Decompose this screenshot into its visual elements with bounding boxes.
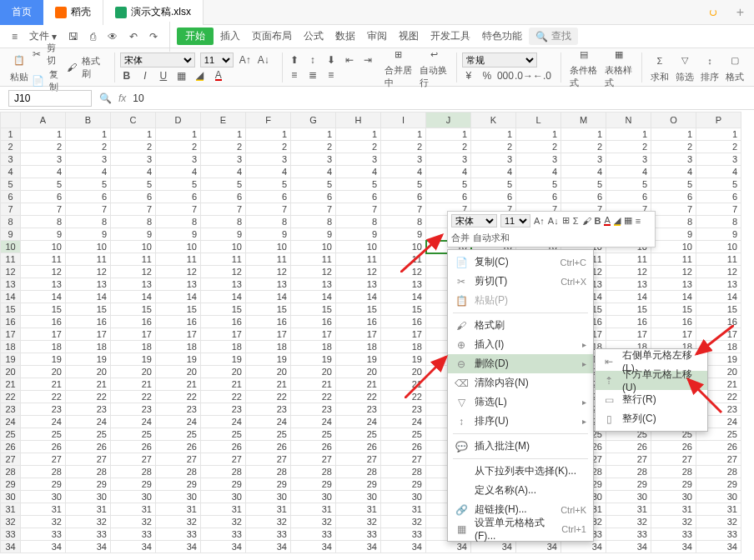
- col-header-A[interactable]: A: [21, 112, 66, 128]
- cell[interactable]: 17: [111, 328, 156, 341]
- cell[interactable]: 30: [606, 491, 651, 503]
- cell[interactable]: 1: [471, 128, 516, 141]
- cell[interactable]: 4: [201, 166, 246, 178]
- cell[interactable]: 25: [156, 428, 201, 441]
- sm-row[interactable]: ▭整行(R): [596, 390, 707, 409]
- row-header-24[interactable]: 24: [1, 416, 21, 428]
- cell[interactable]: 3: [336, 153, 381, 166]
- cell[interactable]: 11: [381, 253, 426, 266]
- indent-dec-icon[interactable]: ⇤: [343, 53, 356, 67]
- cell[interactable]: 16: [66, 316, 111, 328]
- row-header-6[interactable]: 6: [1, 191, 21, 203]
- cell[interactable]: 26: [606, 441, 651, 453]
- cm-filter[interactable]: ▽筛选(L)▸: [448, 392, 593, 412]
- col-header-D[interactable]: D: [156, 112, 201, 128]
- indent-inc-icon[interactable]: ⇥: [361, 53, 374, 67]
- cell[interactable]: 14: [606, 291, 651, 303]
- cell[interactable]: 16: [651, 316, 696, 328]
- cell[interactable]: 12: [606, 266, 651, 278]
- cell[interactable]: 16: [156, 316, 201, 328]
- cell[interactable]: 31: [336, 503, 381, 516]
- cell[interactable]: 6: [111, 191, 156, 203]
- cell[interactable]: 14: [201, 291, 246, 303]
- tab-document[interactable]: 演示文稿.xlsx: [103, 0, 204, 25]
- cell[interactable]: 1: [651, 128, 696, 141]
- increase-font-icon[interactable]: A↑: [239, 53, 252, 67]
- cell[interactable]: 32: [156, 516, 201, 528]
- sm-shift-up[interactable]: ⇡下方单元格上移(U): [596, 371, 707, 390]
- tab-home[interactable]: 首页: [0, 0, 43, 25]
- cell[interactable]: 3: [471, 153, 516, 166]
- cell[interactable]: 20: [381, 366, 426, 378]
- cell[interactable]: 15: [111, 303, 156, 316]
- font-color-icon[interactable]: A: [212, 69, 225, 82]
- cell[interactable]: 6: [291, 191, 336, 203]
- cell[interactable]: 22: [291, 391, 336, 403]
- cell[interactable]: 14: [246, 291, 291, 303]
- cell[interactable]: 4: [381, 166, 426, 178]
- cell[interactable]: 19: [381, 353, 426, 366]
- row-header-15[interactable]: 15: [1, 303, 21, 316]
- cell[interactable]: 9: [21, 228, 66, 241]
- cell[interactable]: 12: [381, 266, 426, 278]
- cell[interactable]: 6: [381, 191, 426, 203]
- cell[interactable]: 31: [246, 503, 291, 516]
- cell[interactable]: 5: [246, 178, 291, 191]
- cm-insert[interactable]: ⊕插入(I)▸: [448, 335, 593, 354]
- cell[interactable]: 28: [606, 466, 651, 478]
- cell[interactable]: 14: [66, 291, 111, 303]
- cell[interactable]: 19: [156, 353, 201, 366]
- cell[interactable]: 8: [66, 216, 111, 228]
- currency-icon[interactable]: ¥: [462, 69, 475, 82]
- cell[interactable]: 31: [111, 503, 156, 516]
- cell[interactable]: 13: [246, 278, 291, 291]
- cell[interactable]: 4: [696, 166, 741, 178]
- italic-icon[interactable]: I: [138, 69, 152, 82]
- cell[interactable]: 31: [696, 503, 741, 516]
- cell[interactable]: 32: [21, 516, 66, 528]
- cell[interactable]: 4: [21, 166, 66, 178]
- cell[interactable]: 9: [696, 228, 741, 241]
- cell[interactable]: 4: [246, 166, 291, 178]
- cell[interactable]: 24: [66, 416, 111, 428]
- cell[interactable]: 21: [201, 378, 246, 391]
- cell[interactable]: 8: [21, 216, 66, 228]
- cell[interactable]: 6: [606, 191, 651, 203]
- bold-icon[interactable]: B: [120, 69, 133, 82]
- cell[interactable]: 30: [651, 491, 696, 503]
- col-header-E[interactable]: E: [201, 112, 246, 128]
- cell[interactable]: 29: [651, 478, 696, 491]
- cell[interactable]: 27: [696, 453, 741, 466]
- cell[interactable]: 4: [471, 166, 516, 178]
- number-format-select[interactable]: 常规: [462, 52, 537, 68]
- cell[interactable]: 1: [21, 128, 66, 141]
- menu-start[interactable]: 开始: [177, 28, 214, 45]
- cell[interactable]: 1: [561, 128, 606, 141]
- mini-formatpainter[interactable]: 🖌: [582, 216, 591, 226]
- cell[interactable]: 18: [156, 341, 201, 353]
- cell[interactable]: 31: [651, 503, 696, 516]
- cell[interactable]: 28: [291, 466, 336, 478]
- cell[interactable]: 6: [561, 191, 606, 203]
- cell[interactable]: 18: [291, 341, 336, 353]
- cell[interactable]: 10: [291, 241, 336, 253]
- cell[interactable]: 27: [336, 453, 381, 466]
- cell[interactable]: 1: [606, 128, 651, 141]
- cm-paste[interactable]: 📋粘贴(P): [448, 291, 593, 310]
- cell[interactable]: 8: [696, 216, 741, 228]
- row-header-27[interactable]: 27: [1, 453, 21, 466]
- mini-fill[interactable]: ◢: [614, 216, 621, 226]
- cell[interactable]: 21: [291, 378, 336, 391]
- cell[interactable]: 26: [651, 441, 696, 453]
- cell[interactable]: 4: [606, 166, 651, 178]
- cell[interactable]: 26: [21, 441, 66, 453]
- cell[interactable]: 13: [201, 278, 246, 291]
- cell[interactable]: 31: [21, 503, 66, 516]
- menu-view[interactable]: 视图: [394, 27, 424, 46]
- cell[interactable]: 23: [381, 403, 426, 416]
- cell[interactable]: 3: [426, 153, 471, 166]
- condfmt-button[interactable]: ▤条件格式: [566, 45, 601, 89]
- search-box[interactable]: 🔍查找: [529, 28, 578, 45]
- decrease-font-icon[interactable]: A↓: [257, 53, 270, 67]
- cell[interactable]: 2: [156, 141, 201, 153]
